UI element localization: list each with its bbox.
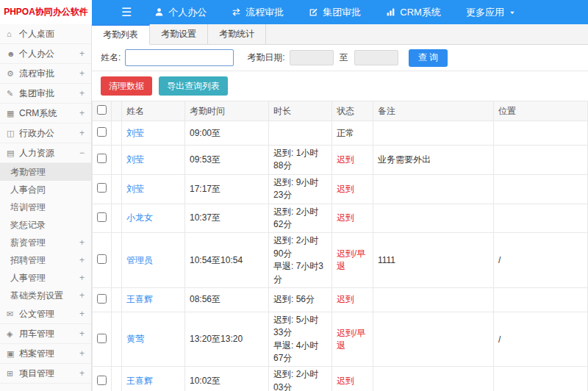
gap-cell [112, 312, 122, 367]
cell-duration: 迟到: 1小时88分 [269, 146, 332, 175]
expand-icon: + [79, 290, 85, 301]
date-from-input[interactable] [290, 50, 334, 65]
sidebar-item-recruitment-mgmt[interactable]: 招聘管理+ [0, 251, 91, 269]
filter-bar: 姓名: 考勤日期: 至 查 询 [92, 45, 588, 71]
cell-time: 09:00至 [185, 121, 269, 146]
nav-label: 流程审批 [245, 6, 284, 19]
row-checkbox[interactable] [97, 376, 107, 385]
name-filter-input[interactable] [125, 49, 234, 66]
employee-name-link[interactable]: 刘莹 [126, 128, 144, 138]
nav-more-apps[interactable]: 更多应用 [453, 0, 528, 24]
sidebar-item-personnel-mgmt[interactable]: 人事管理+ [0, 269, 91, 287]
sidebar-item-crm-system[interactable]: ▦CRM系统+ [0, 104, 91, 123]
sidebar-item-personal-desktop[interactable]: ⌂个人桌面 [0, 24, 91, 44]
cell-status: 迟到 [332, 146, 373, 175]
sidebar-item-personnel-contract[interactable]: 人事合同 [0, 181, 91, 198]
sidebar-item-archive-mgmt[interactable]: ▣档案管理+ [0, 344, 91, 364]
tab-attendance-stats[interactable]: 考勤统计 [208, 24, 266, 44]
employee-name-link[interactable]: 刘莹 [126, 184, 144, 194]
sidebar-item-label: 个人桌面 [19, 28, 85, 40]
select-all-checkbox[interactable] [97, 105, 107, 115]
sidebar-item-attendance-mgmt[interactable]: 考勤管理 [0, 163, 91, 181]
row-checkbox[interactable] [97, 183, 107, 193]
cell-location [494, 174, 588, 204]
edit-icon: ✎ [7, 89, 19, 98]
cell-duration: 迟到: 2小时90分 早退: 7小时3分 [269, 233, 332, 288]
expand-icon: + [79, 273, 85, 283]
sidebar-item-group-approval[interactable]: ✎集团审批+ [0, 84, 91, 104]
cell-status: 正常 [332, 121, 373, 146]
employee-name-link[interactable]: 王喜辉 [126, 376, 153, 386]
name-filter-label: 姓名: [101, 51, 121, 64]
row-checkbox-cell [93, 287, 112, 312]
sidebar-item-salary-mgmt[interactable]: 薪资管理+ [0, 234, 91, 251]
select-all-cell [93, 101, 112, 121]
sidebar-item-process-approval[interactable]: ⚙流程审批+ [0, 64, 91, 84]
query-button[interactable]: 查 询 [409, 49, 448, 67]
sidebar-item-label: 培训管理 [10, 201, 85, 214]
sidebar-item-training-mgmt[interactable]: 培训管理 [0, 198, 91, 216]
table-row: 黄莺13:20至13:20迟到: 5小时33分 早退: 4小时67分迟到/早退/ [93, 312, 588, 367]
sidebar-item-label: 人事合同 [10, 184, 85, 196]
sidebar-item-project-mgmt[interactable]: ⊞项目管理+ [0, 364, 91, 384]
nav-group-approval[interactable]: 集团审批 [296, 0, 373, 24]
attendance-table: 姓名考勤时间时长状态备注位置 刘莹09:00至正常刘莹09:53至迟到: 1小时… [92, 101, 588, 391]
sidebar-item-document-mgmt[interactable]: ✉公文管理+ [0, 304, 91, 324]
cell-duration [269, 121, 332, 146]
cell-name: 小龙女 [122, 204, 185, 233]
clean-data-button[interactable]: 清理数据 [101, 76, 152, 96]
employee-name-link[interactable]: 王喜辉 [126, 294, 153, 304]
cell-status: 迟到 [332, 287, 373, 312]
row-checkbox[interactable] [97, 254, 107, 264]
row-checkbox[interactable] [97, 154, 107, 163]
top-nav: 个人办公流程审批集团审批CRM系统更多应用 [142, 0, 528, 24]
expand-icon: + [79, 348, 85, 359]
nav-crm-system[interactable]: CRM系统 [373, 0, 453, 24]
cell-time: 10:37至 [185, 204, 269, 233]
expand-icon: + [79, 108, 85, 118]
employee-name-link[interactable]: 刘莹 [126, 154, 144, 165]
project-icon: ⊞ [7, 369, 19, 379]
cell-location [494, 367, 588, 391]
row-checkbox[interactable] [97, 294, 107, 304]
date-filter-label: 考勤日期: [247, 51, 284, 64]
sidebar-item-label: 考勤管理 [10, 166, 85, 179]
sidebar-item-human-resources[interactable]: ▤人力资源− [0, 143, 91, 163]
nav-label: 更多应用 [466, 6, 504, 19]
cell-duration: 迟到: 9小时23分 [269, 174, 332, 204]
app-logo: PHPOA协同办公软件 [0, 0, 92, 24]
sidebar-item-vehicle-mgmt[interactable]: ◈用车管理+ [0, 324, 91, 344]
table-row: 小龙女10:37至迟到: 2小时62分迟到 [93, 204, 588, 233]
row-checkbox[interactable] [97, 212, 107, 222]
gap-cell [112, 174, 122, 204]
gap-column-header [112, 101, 122, 121]
sidebar-item-reward-records[interactable]: 奖惩记录 [0, 216, 91, 234]
row-checkbox[interactable] [97, 334, 107, 343]
gap-cell [112, 367, 122, 391]
row-checkbox-cell [93, 121, 112, 146]
sidebar-item-admin-office[interactable]: ◫行政办公+ [0, 123, 91, 143]
export-list-button[interactable]: 导出查询列表 [159, 76, 228, 96]
row-checkbox-cell [93, 174, 112, 204]
employee-name-link[interactable]: 黄莺 [126, 334, 144, 344]
tab-attendance-list[interactable]: 考勤列表 [92, 24, 150, 45]
nav-process-approval[interactable]: 流程审批 [219, 0, 296, 24]
row-checkbox[interactable] [97, 127, 107, 137]
employee-name-link[interactable]: 小龙女 [126, 212, 153, 223]
desktop-icon: ⌂ [7, 29, 19, 38]
cell-location [494, 146, 588, 175]
nav-personal-office[interactable]: 个人办公 [142, 0, 219, 24]
sidebar-item-label: 个人办公 [19, 48, 76, 60]
date-to-input[interactable] [354, 50, 398, 65]
column-header: 姓名 [122, 101, 185, 121]
hamburger-icon[interactable]: ☰ [111, 0, 142, 24]
page-layout: ⌂个人桌面☻个人办公+⚙流程审批+✎集团审批+▦CRM系统+◫行政办公+▤人力资… [0, 24, 588, 391]
sidebar-item-base-category-settings[interactable]: 基础类别设置+ [0, 287, 91, 304]
employee-name-link[interactable]: 管理员 [126, 255, 153, 265]
sidebar-item-personal-office[interactable]: ☻个人办公+ [0, 44, 91, 64]
caret-down-icon [509, 9, 516, 16]
cell-note [373, 174, 494, 204]
tab-attendance-settings[interactable]: 考勤设置 [150, 24, 208, 44]
gap-cell [112, 287, 122, 312]
cell-time: 10:02至 [185, 367, 269, 391]
